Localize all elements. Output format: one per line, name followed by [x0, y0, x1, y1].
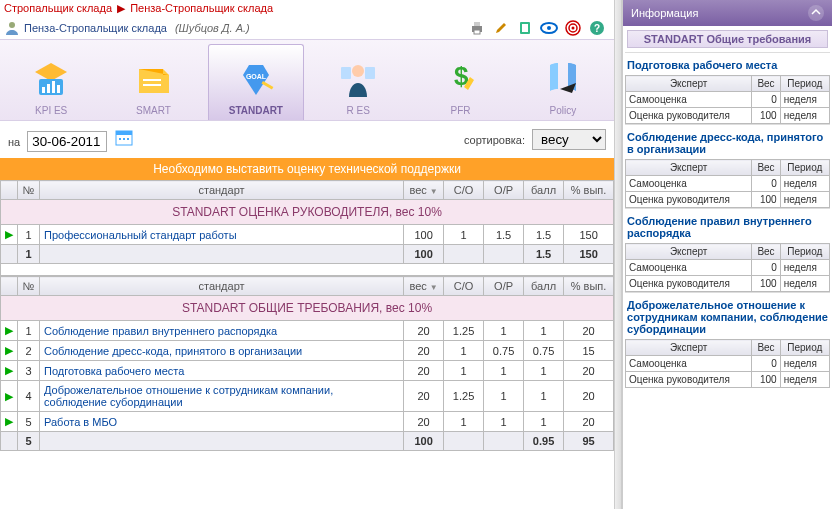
- sort-label: сортировка:: [464, 134, 525, 146]
- side-expert-table: ЭкспертВесПериодСамооценка0неделяОценка …: [625, 339, 830, 388]
- col-score[interactable]: балл: [524, 277, 564, 296]
- svg-point-7: [547, 26, 551, 30]
- breadcrumb-item[interactable]: Стропальщик склада: [4, 2, 112, 14]
- svg-rect-15: [47, 84, 50, 93]
- side-expert-table: ЭкспертВесПериодСамооценка0неделяОценка …: [625, 75, 830, 124]
- table-row: ▶5Работа в МБО2011120: [1, 412, 614, 432]
- eye-icon[interactable]: [540, 19, 558, 37]
- svg-rect-23: [341, 67, 351, 79]
- tab-policy[interactable]: Policy: [515, 44, 611, 120]
- expand-icon[interactable]: ▶: [1, 361, 18, 381]
- role-link[interactable]: Пенза-Стропальщик склада: [24, 22, 167, 34]
- side-title: Информация: [631, 7, 698, 19]
- side-panel-header: Информация: [623, 0, 832, 26]
- col-weight[interactable]: вес: [404, 181, 444, 200]
- tab-pfr[interactable]: $ PFR: [413, 44, 509, 120]
- help-icon[interactable]: ?: [588, 19, 606, 37]
- table-row: Оценка руководителя100неделя: [626, 372, 830, 388]
- side-block-title: Соблюдение дресс-кода, принятого в орган…: [625, 124, 830, 159]
- tab-smart[interactable]: SMART: [106, 44, 202, 120]
- expand-icon[interactable]: ▶: [1, 341, 18, 361]
- sort-select[interactable]: весу: [532, 129, 606, 150]
- breadcrumb-item[interactable]: Пенза-Стропальщик склада: [130, 2, 273, 14]
- chevron-right-icon: ▶: [117, 2, 125, 14]
- table-row: ▶1Соблюдение правил внутреннего распоряд…: [1, 321, 614, 341]
- svg-rect-17: [57, 85, 60, 93]
- col-pct[interactable]: % вып.: [564, 181, 614, 200]
- standards-grid-2: № стандарт вес С/О О/Р балл % вып. STAND…: [0, 276, 614, 451]
- side-expert-table: ЭкспертВесПериодСамооценка0неделяОценка …: [625, 243, 830, 292]
- standard-link[interactable]: Соблюдение дресс-кода, принятого в орган…: [40, 341, 404, 361]
- table-row: Самооценка0неделя: [626, 260, 830, 276]
- total-row: 5 100 0.9595: [1, 432, 614, 451]
- side-expert-table: ЭкспертВесПериодСамооценка0неделяОценка …: [625, 159, 830, 208]
- tab-res[interactable]: R ES: [310, 44, 406, 120]
- svg-rect-28: [119, 138, 121, 140]
- table-row: ▶ 1 Профессиональный стандарт работы 100…: [1, 225, 614, 245]
- target-icon[interactable]: [564, 19, 582, 37]
- side-block-title: Соблюдение правил внутреннего распорядка: [625, 208, 830, 243]
- tab-kpi[interactable]: KPI ES: [3, 44, 99, 120]
- tab-standart[interactable]: GOAL STANDART: [208, 44, 304, 120]
- standards-grid-1: № стандарт вес С/О О/Р балл % вып. STAND…: [0, 180, 614, 276]
- col-weight[interactable]: вес: [404, 277, 444, 296]
- col-or[interactable]: О/Р: [484, 181, 524, 200]
- standard-link[interactable]: Доброжелательное отношение к сотрудникам…: [40, 381, 404, 412]
- svg-rect-19: [143, 84, 161, 86]
- svg-rect-30: [127, 138, 129, 140]
- table-row: Оценка руководителя100неделя: [626, 192, 830, 208]
- col-or[interactable]: О/Р: [484, 277, 524, 296]
- standard-link[interactable]: Соблюдение правил внутреннего распорядка: [40, 321, 404, 341]
- standard-link[interactable]: Профессиональный стандарт работы: [40, 225, 404, 245]
- svg-rect-14: [42, 87, 45, 93]
- svg-rect-29: [123, 138, 125, 140]
- svg-point-22: [352, 65, 364, 77]
- splitter[interactable]: [614, 0, 622, 509]
- table-row: Оценка руководителя100неделя: [626, 108, 830, 124]
- expand-icon[interactable]: ▶: [1, 225, 18, 245]
- svg-rect-27: [116, 131, 132, 135]
- col-so[interactable]: С/О: [444, 277, 484, 296]
- col-standard[interactable]: стандарт: [40, 277, 404, 296]
- date-label: на: [8, 136, 20, 148]
- print-icon[interactable]: [468, 19, 486, 37]
- side-chip: STANDART Общие требования: [627, 30, 828, 48]
- table-row: Самооценка0неделя: [626, 356, 830, 372]
- tab-strip: KPI ES SMART GOAL STANDART R ES $ PFR Po…: [0, 39, 614, 121]
- col-pct[interactable]: % вып.: [564, 277, 614, 296]
- table-row: Самооценка0неделя: [626, 176, 830, 192]
- svg-rect-21: [261, 81, 273, 90]
- col-so[interactable]: С/О: [444, 181, 484, 200]
- svg-point-0: [9, 22, 15, 28]
- total-row: 1 100 1.5150: [1, 245, 614, 264]
- calendar-icon[interactable]: [114, 127, 134, 147]
- standard-link[interactable]: Подготовка рабочего места: [40, 361, 404, 381]
- side-block-title: Доброжелательное отношение к сотрудникам…: [625, 292, 830, 339]
- standard-link[interactable]: Работа в МБО: [40, 412, 404, 432]
- date-input[interactable]: [27, 131, 107, 152]
- user-name: (Шубцов Д. А.): [175, 22, 250, 34]
- collapse-icon[interactable]: [808, 5, 824, 21]
- side-block-title: Подготовка рабочего места: [625, 52, 830, 75]
- table-row: ▶4Доброжелательное отношение к сотрудник…: [1, 381, 614, 412]
- svg-text:?: ?: [594, 23, 600, 34]
- table-row: ▶3Подготовка рабочего места2011120: [1, 361, 614, 381]
- section-title: STANDART ОЦЕНКА РУКОВОДИТЕЛЯ, вес 10%: [1, 200, 614, 225]
- expand-icon[interactable]: ▶: [1, 412, 18, 432]
- breadcrumb: Стропальщик склада ▶ Пенза-Стропальщик с…: [0, 0, 614, 17]
- expand-icon[interactable]: ▶: [1, 321, 18, 341]
- paste-icon[interactable]: [516, 19, 534, 37]
- table-row: ▶2Соблюдение дресс-кода, принятого в орг…: [1, 341, 614, 361]
- section-title: STANDART ОБЩИЕ ТРЕБОВАНИЯ, вес 10%: [1, 296, 614, 321]
- user-icon: [4, 20, 20, 36]
- col-num[interactable]: №: [18, 277, 40, 296]
- warning-banner: Необходимо выставить оценку технической …: [0, 158, 614, 180]
- col-standard[interactable]: стандарт: [40, 181, 404, 200]
- svg-rect-24: [365, 67, 375, 79]
- col-num[interactable]: №: [18, 181, 40, 200]
- expand-icon[interactable]: ▶: [1, 381, 18, 412]
- brush-icon[interactable]: [492, 19, 510, 37]
- col-score[interactable]: балл: [524, 181, 564, 200]
- svg-point-10: [572, 27, 575, 30]
- svg-rect-2: [474, 22, 480, 26]
